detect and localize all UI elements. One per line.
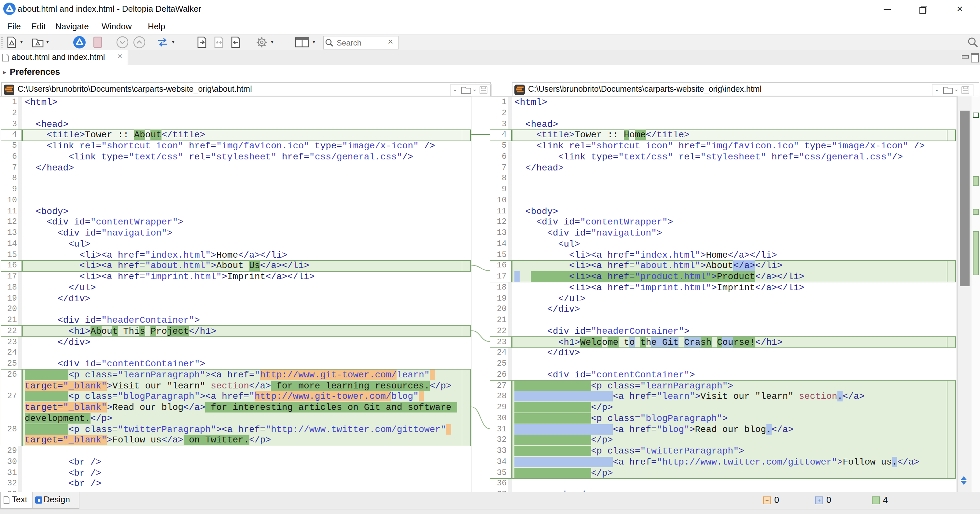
copy-to-left-icon[interactable] [229, 36, 242, 49]
code-text: <a href="http://www.twitter.com/gittower… [514, 457, 920, 468]
close-button[interactable]: ✕ [945, 0, 974, 18]
chevron-down-icon[interactable]: ⌄ [472, 86, 477, 92]
restore-button[interactable] [909, 0, 938, 18]
line-number: 12 [490, 217, 507, 228]
minimize-button[interactable] [873, 0, 901, 18]
sublime-file-icon [4, 84, 14, 95]
code-row: 6 <link type="text/css" rel="stylesheet"… [490, 152, 957, 163]
swap-sides-icon[interactable] [156, 36, 169, 49]
menu-help[interactable]: Help [144, 20, 169, 33]
code-row: 27 <p class="blogParagraph"><a href="htt… [0, 391, 471, 402]
overview-marker[interactable] [973, 176, 979, 186]
compare-folders-dropdown-icon[interactable]: ▾ [46, 39, 49, 45]
code-row: 12 <div id="contentWrapper"> [0, 217, 471, 228]
chevron-down-icon[interactable]: ⌄ [954, 86, 959, 92]
code-row: 25 <div id="contentContainer"> [0, 359, 471, 370]
minimize-pane-icon[interactable] [962, 55, 969, 59]
stop-icon [91, 36, 104, 49]
tab-close-icon[interactable]: ✕ [117, 53, 123, 60]
right-file-path: C:\Users\brunobrito\Documents\carparts-w… [528, 84, 762, 94]
overview-ruler [972, 96, 980, 492]
refresh-compare-icon[interactable] [73, 36, 86, 49]
chevron-down-icon[interactable]: ⌄ [453, 86, 457, 92]
code-row: 1<html> [490, 97, 957, 108]
merge-icon [212, 36, 225, 49]
code-row: 17 <li><a href="imprint.html">Imprint</a… [0, 271, 471, 282]
preferences-section: ▸ Preferences [0, 65, 980, 81]
settings-gear-icon[interactable] [255, 36, 268, 49]
code-text: <br /> [514, 489, 591, 492]
deleted-icon: − [763, 497, 771, 504]
code-text: <head> [25, 119, 68, 130]
menu-window[interactable]: Window [98, 20, 136, 33]
compare-files-dropdown-icon[interactable]: ▾ [20, 39, 23, 45]
code-row: 13 <div id="navigation"> [0, 228, 471, 239]
search-clear-icon[interactable]: ✕ [387, 38, 393, 46]
code-row: 20 </div> [490, 304, 957, 315]
menu-file[interactable]: File [3, 20, 25, 33]
overview-marker[interactable] [973, 209, 979, 215]
overview-marker-current[interactable] [973, 113, 979, 118]
code-row: 3 <head> [490, 119, 957, 130]
code-row: 37 <br /> [490, 489, 957, 492]
code-row: 30 <br /> [0, 457, 471, 468]
save-icon [961, 86, 970, 94]
line-number: 10 [0, 195, 17, 206]
copy-to-right-icon[interactable] [195, 36, 208, 49]
menu-navigate[interactable]: Navigate [51, 20, 93, 33]
code-text: </head> [514, 162, 563, 173]
code-text: <h1>Welcome to the Git Crash Course!</h1… [514, 337, 783, 348]
line-number: 27 [490, 380, 507, 391]
tab-design[interactable]: Design [33, 492, 80, 509]
compare-folders-icon[interactable] [31, 36, 44, 49]
find-icon[interactable] [966, 36, 979, 49]
line-number: 17 [0, 271, 17, 282]
search-input[interactable] [335, 37, 386, 48]
code-row: 36 [490, 479, 957, 490]
menu-edit[interactable]: Edit [27, 20, 50, 33]
scrollbar-thumb[interactable] [960, 111, 970, 286]
next-difference-icon [116, 36, 129, 49]
overview-marker[interactable] [973, 231, 979, 275]
code-text: target="_blank">Visit our "learn" sectio… [25, 380, 452, 391]
document-tab[interactable]: about.html and index.html ✕ [0, 50, 128, 65]
code-row: 13 <div id="navigation"> [490, 228, 957, 239]
code-text: <br /> [25, 479, 101, 490]
code-text: <p class="blogParagraph"> [514, 413, 728, 424]
line-number: 15 [0, 249, 17, 260]
window-title: about.html and index.html - Deltopia Del… [18, 4, 201, 14]
line-number: 12 [0, 217, 17, 228]
left-editor[interactable]: 1<html>23 <head>4 <title>Tower :: About<… [0, 96, 471, 492]
compare-files-icon[interactable] [5, 36, 18, 49]
code-row: 16 <li><a href="about.html">About Us</a>… [0, 260, 471, 272]
line-number: 25 [0, 359, 17, 370]
collapse-chevron-icon[interactable]: ▸ [3, 69, 6, 76]
scroll-link-icon[interactable] [961, 476, 969, 489]
line-number: 21 [0, 315, 17, 326]
code-row: 18 </ul> [0, 282, 471, 293]
browse-folder-icon[interactable] [943, 86, 953, 94]
code-row: 12 <div id="contentWrapper"> [490, 217, 957, 228]
settings-dropdown-icon[interactable]: ▾ [271, 39, 274, 45]
code-row: 23 </div> [0, 337, 471, 348]
browse-folder-icon[interactable] [461, 86, 471, 94]
code-row: target="_blank">Follow us</a> on Twitter… [0, 435, 471, 446]
line-number: 9 [0, 184, 17, 195]
code-text: </ul> [25, 282, 96, 293]
line-number: 11 [490, 206, 507, 217]
layout-dropdown-icon[interactable]: ▾ [313, 39, 315, 45]
maximize-pane-icon[interactable] [971, 53, 979, 62]
layout-icon[interactable] [294, 36, 310, 49]
chevron-down-icon[interactable]: ⌄ [934, 86, 939, 92]
code-text: <div id="headerContainer"> [514, 326, 690, 337]
code-text: <p class="learnParagraph"><a href="http:… [25, 370, 435, 381]
right-editor[interactable]: 1<html>23 <head>4 <title>Tower :: Home</… [490, 96, 957, 492]
code-row: 14 <ul> [0, 239, 471, 250]
tab-text[interactable]: Text [0, 492, 33, 509]
swap-sides-dropdown-icon[interactable]: ▾ [172, 39, 175, 45]
code-row: 3 <head> [0, 119, 471, 130]
code-text: <div id="contentContainer"> [514, 370, 695, 381]
editor-tab-strip: about.html and index.html ✕ [0, 50, 980, 66]
document-tab-label: about.html and index.html [12, 53, 105, 62]
document-icon [2, 53, 9, 62]
